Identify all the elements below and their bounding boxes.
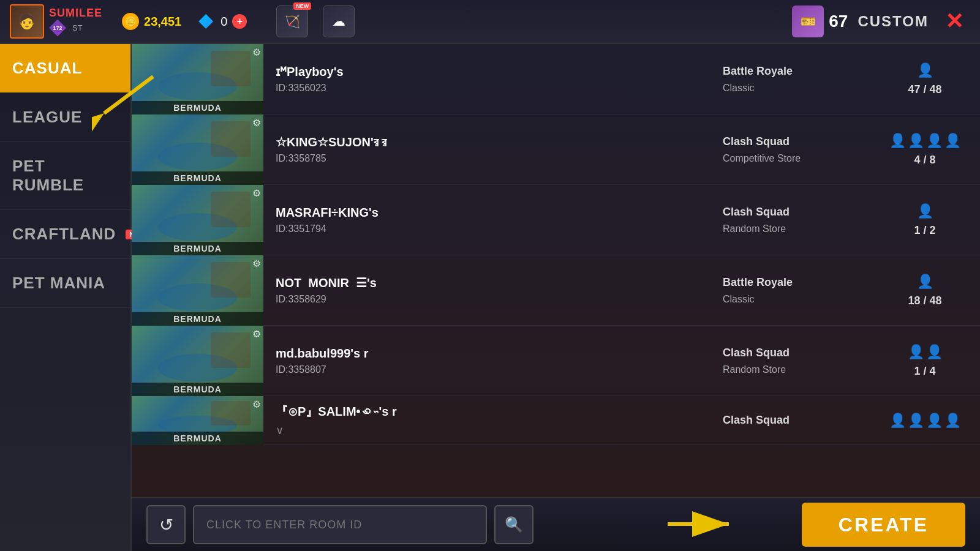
header: 🧑 SUMILEE 172 ST 🪙 23,451 0 + 🏹 NEW ☁ 🎫 …: [0, 0, 980, 44]
room-info: 『⊙P』SALIM•꩜∽'s r ∨: [263, 397, 710, 443]
room-name: md.babul999's r: [276, 347, 698, 361]
room-players: 👤 👤 👤 👤: [870, 407, 980, 435]
table-row[interactable]: ⚙ BERMUDA md.babul999's r ID:3358807 Cla…: [132, 326, 980, 396]
room-id: ID:3358785: [276, 153, 698, 164]
cloud-button[interactable]: ☁: [323, 6, 355, 37]
room-submode: Classic: [723, 83, 858, 94]
player-icons: 👤 👤: [908, 344, 943, 360]
player-count: 1 / 4: [914, 365, 935, 378]
room-map-thumbnail: ⚙ BERMUDA: [132, 396, 263, 445]
room-info: ɪᴹPlayboy's ID:3356023: [263, 58, 710, 100]
map-settings-icon: ⚙: [252, 258, 261, 269]
player-icon: 👤: [889, 133, 906, 149]
ticket-count: 67: [829, 12, 848, 31]
room-mode: Clash Squad: [723, 414, 858, 427]
player-icon: 👤: [926, 344, 943, 360]
table-row[interactable]: ⚙ BERMUDA ɪᴹPlayboy's ID:3356023 Battle …: [132, 44, 980, 114]
map-settings-icon: ⚙: [252, 399, 261, 410]
sidebar-item-label: CRAFTLAND: [12, 225, 116, 244]
player-icon: 👤: [917, 203, 933, 219]
player-name: SUMILEE: [49, 7, 102, 20]
sidebar: CASUAL LEAGUE PET RUMBLE CRAFTLAND NEW P…: [0, 44, 132, 551]
room-info: md.babul999's r ID:3358807: [263, 340, 710, 381]
sidebar-item-pet-mania[interactable]: PET MANIA: [0, 259, 130, 308]
player-count: 1 / 2: [914, 224, 935, 237]
room-type: Battle Royale Classic: [710, 270, 870, 311]
bottom-bar: ↺ 🔍 CREATE: [132, 497, 980, 551]
player-icon: 👤: [944, 413, 961, 429]
room-map-thumbnail: ⚙ BERMUDA: [132, 326, 263, 396]
sidebar-item-label: PET MANIA: [12, 274, 105, 293]
room-mode: Battle Royale: [723, 276, 858, 289]
map-label: BERMUDA: [132, 242, 263, 255]
room-name: ☆KING☆SUJON'র র: [276, 135, 698, 149]
room-players: 👤 47 / 48: [870, 56, 980, 102]
room-name: MASRAFI÷KING's: [276, 206, 698, 220]
map-label: BERMUDA: [132, 383, 263, 396]
sidebar-item-label: PET RUMBLE: [12, 157, 118, 195]
add-diamond-button[interactable]: +: [232, 14, 247, 29]
room-players: 👤 👤 👤 👤 4 / 8: [870, 127, 980, 173]
sidebar-item-craftland[interactable]: CRAFTLAND NEW: [0, 210, 130, 259]
refresh-button[interactable]: ↺: [146, 505, 186, 544]
level-badge: 172 ST: [49, 20, 102, 37]
room-players: 👤 1 / 2: [870, 197, 980, 243]
sidebar-item-label: LEAGUE: [12, 108, 82, 127]
room-info: MASRAFI÷KING's ID:3351794: [263, 200, 710, 241]
room-submode: Random Store: [723, 364, 858, 375]
player-count: 18 / 48: [908, 294, 941, 307]
map-settings-icon: ⚙: [252, 328, 261, 340]
table-row[interactable]: ⚙ BERMUDA MASRAFI÷KING's ID:3351794 Clas…: [132, 185, 980, 255]
map-label: BERMUDA: [132, 432, 263, 445]
main-layout: CASUAL LEAGUE PET RUMBLE CRAFTLAND NEW P…: [0, 44, 980, 551]
room-mode: Clash Squad: [723, 206, 858, 219]
room-mode: Battle Royale: [723, 65, 858, 78]
room-id: ID:3358629: [276, 294, 698, 305]
player-icon: 👤: [908, 413, 924, 429]
new-item-button[interactable]: 🏹 NEW: [276, 6, 308, 37]
coin-amount: 23,451: [144, 15, 181, 29]
map-settings-icon: ⚙: [252, 187, 261, 199]
room-map-thumbnail: ⚙ BERMUDA: [132, 114, 263, 185]
player-icons: 👤: [917, 62, 933, 78]
room-id-input[interactable]: [193, 505, 487, 544]
room-info: ☆KING☆SUJON'র র ID:3358785: [263, 129, 710, 170]
player-icon: 👤: [908, 133, 924, 149]
avatar: 🧑: [10, 4, 44, 39]
room-name: 『⊙P』SALIM•꩜∽'s r: [276, 403, 698, 420]
table-row[interactable]: ⚙ BERMUDA 『⊙P』SALIM•꩜∽'s r ∨ Clash Squad…: [132, 396, 980, 445]
player-icon: 👤: [908, 344, 924, 360]
room-mode: Clash Squad: [723, 135, 858, 148]
search-button[interactable]: 🔍: [494, 505, 533, 544]
map-label: BERMUDA: [132, 101, 263, 114]
room-id: ID:3351794: [276, 223, 698, 234]
room-submode: Classic: [723, 294, 858, 305]
close-button[interactable]: ✕: [938, 6, 970, 37]
sidebar-item-pet-rumble[interactable]: PET RUMBLE: [0, 142, 130, 210]
table-row[interactable]: ⚙ BERMUDA ☆KING☆SUJON'র র ID:3358785 Cla…: [132, 114, 980, 185]
room-submode: Competitive Store: [723, 153, 858, 164]
player-icons: 👤: [917, 203, 933, 219]
ticket-icon: 🎫: [792, 6, 824, 37]
room-name: NOT MONIR ☰'s: [276, 276, 698, 290]
map-settings-icon: ⚙: [252, 117, 261, 129]
sidebar-item-casual[interactable]: CASUAL: [0, 44, 130, 93]
player-info: SUMILEE 172 ST: [49, 7, 102, 37]
map-label: BERMUDA: [132, 171, 263, 185]
room-submode: Random Store: [723, 223, 858, 234]
player-icon: 👤: [917, 274, 933, 290]
create-button[interactable]: CREATE: [802, 503, 965, 547]
coin-icon: 🪙: [122, 13, 139, 30]
room-id: ID:3358807: [276, 364, 698, 375]
room-map-thumbnail: ⚙ BERMUDA: [132, 255, 263, 326]
player-icons: 👤 👤 👤 👤: [889, 133, 961, 149]
level-number: 172: [53, 25, 62, 31]
room-type: Battle Royale Classic: [710, 59, 870, 100]
room-players: 👤 18 / 48: [870, 268, 980, 313]
room-mode: Clash Squad: [723, 347, 858, 359]
sidebar-item-league[interactable]: LEAGUE: [0, 93, 130, 142]
new-badge: NEW: [293, 2, 311, 10]
room-id: ID:3356023: [276, 83, 698, 94]
table-row[interactable]: ⚙ BERMUDA NOT MONIR ☰'s ID:3358629 Battl…: [132, 255, 980, 326]
map-settings-icon: ⚙: [252, 47, 261, 58]
